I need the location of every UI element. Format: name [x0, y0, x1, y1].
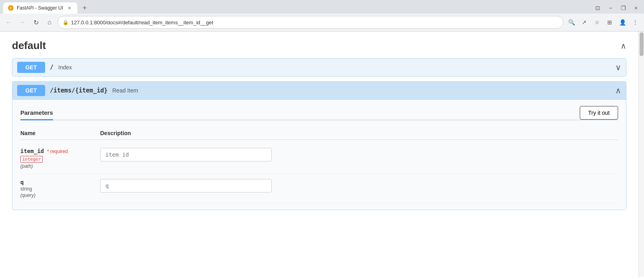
- tab-title: FastAPI - Swagger UI: [17, 5, 63, 11]
- section-header: default ∧: [12, 39, 626, 52]
- endpoint-header-get-root[interactable]: GET / Index ∨: [12, 59, 626, 76]
- new-tab-button[interactable]: +: [79, 2, 90, 14]
- endpoint-chevron-root: ∨: [615, 63, 621, 72]
- zoom-icon[interactable]: 🔍: [566, 17, 577, 28]
- window-maximize-button[interactable]: ❐: [618, 3, 628, 13]
- address-text: 127.0.0.1:8000/docs#/default/read_item_i…: [71, 20, 558, 26]
- method-badge-get-items: GET: [17, 85, 45, 96]
- param-row-item-id: item_id * required integer (path): [20, 143, 618, 174]
- bookmark-icon[interactable]: ☆: [591, 17, 603, 28]
- browser-tab[interactable]: F FastAPI - Swagger UI ×: [3, 2, 77, 14]
- param-input-wrap-item-id: [100, 148, 618, 161]
- param-input-q[interactable]: [100, 179, 272, 193]
- param-meta-q: q string (query): [20, 179, 100, 198]
- param-location-q: (query): [20, 193, 100, 198]
- back-button[interactable]: ←: [3, 17, 14, 28]
- tab-favicon: F: [8, 5, 14, 11]
- col-name-header: Name: [20, 130, 100, 136]
- browser-chrome: F FastAPI - Swagger UI × + ⊡ − ❐ × ← → ↻…: [0, 0, 644, 31]
- main-content: default ∧ GET / Index ∨ GET /items/{item…: [0, 31, 638, 277]
- try-it-out-button[interactable]: Try it out: [580, 106, 618, 120]
- endpoint-summary-root: Index: [58, 64, 72, 71]
- endpoint-summary-items: Read Item: [113, 87, 138, 94]
- method-badge-get: GET: [17, 62, 45, 73]
- endpoint-tabs: Parameters Try it out: [20, 106, 618, 120]
- endpoint-get-items: GET /items/{item_id} Read Item ∧ Paramet…: [12, 81, 626, 210]
- extensions-icon[interactable]: ⊞: [604, 17, 615, 28]
- endpoint-body-items: Parameters Try it out Name Description i…: [12, 99, 626, 210]
- nav-bar: ← → ↻ ⌂ 🔒 127.0.0.1:8000/docs#/default/r…: [0, 14, 644, 31]
- menu-icon[interactable]: ⋮: [630, 17, 641, 28]
- window-controls: ⊡ − ❐ ×: [593, 3, 641, 13]
- scrollbar-thumb[interactable]: [640, 32, 644, 56]
- nav-icons: 🔍 ↗ ☆ ⊞ 👤 ⋮: [566, 17, 641, 28]
- swagger-ui: default ∧ GET / Index ∨ GET /items/{item…: [0, 31, 638, 223]
- profile-icon[interactable]: 👤: [617, 17, 628, 28]
- param-name-item-id: item_id * required: [20, 148, 100, 154]
- endpoint-chevron-items: ∧: [615, 86, 621, 95]
- share-icon[interactable]: ↗: [579, 17, 590, 28]
- window-minimize-button[interactable]: −: [606, 3, 615, 13]
- forward-button[interactable]: →: [17, 17, 28, 28]
- param-type-plain-q: string: [20, 186, 100, 192]
- param-meta-item-id: item_id * required integer (path): [20, 148, 100, 169]
- refresh-button[interactable]: ↻: [30, 17, 41, 28]
- param-row-q: q string (query): [20, 174, 618, 203]
- col-desc-header: Description: [100, 130, 618, 136]
- params-header: Name Description: [20, 127, 618, 140]
- address-lock-icon: 🔒: [63, 20, 69, 25]
- param-required-label: * required: [47, 149, 68, 154]
- tab-parameters[interactable]: Parameters: [20, 106, 53, 120]
- window-restore-button[interactable]: ⊡: [593, 3, 603, 13]
- address-bar[interactable]: 🔒 127.0.0.1:8000/docs#/default/read_item…: [57, 16, 563, 29]
- endpoint-get-root: GET / Index ∨: [12, 58, 626, 77]
- home-button[interactable]: ⌂: [44, 17, 55, 28]
- endpoint-header-get-items[interactable]: GET /items/{item_id} Read Item ∧: [12, 82, 626, 99]
- endpoint-path-root: /: [50, 64, 53, 71]
- param-type-badge-integer: integer: [20, 156, 43, 163]
- title-bar: F FastAPI - Swagger UI × + ⊡ − ❐ ×: [0, 0, 644, 14]
- section-title: default: [12, 39, 46, 52]
- param-input-item-id[interactable]: [100, 148, 272, 161]
- tab-close-button[interactable]: ×: [66, 5, 73, 11]
- scrollbar-track[interactable]: [638, 31, 644, 277]
- param-location-item-id: (path): [20, 163, 100, 169]
- section-collapse-button[interactable]: ∧: [620, 41, 626, 51]
- page-wrapper: default ∧ GET / Index ∨ GET /items/{item…: [0, 31, 644, 277]
- param-input-wrap-q: [100, 179, 618, 193]
- window-close-button[interactable]: ×: [631, 3, 641, 13]
- endpoint-path-items: /items/{item_id}: [50, 87, 108, 94]
